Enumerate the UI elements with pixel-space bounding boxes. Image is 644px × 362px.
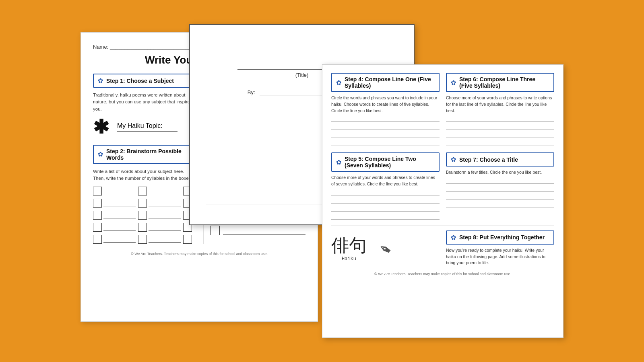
step4-header: ✿ Step 4: Compose Line One (Five Syllabl… — [331, 73, 440, 92]
step7-title: Step 7: Choose a Title — [459, 156, 518, 163]
page1-copyright: © We Are Teachers. Teachers may make cop… — [93, 252, 305, 256]
step7-body: Brainstorm a few titles. Circle the one … — [446, 169, 554, 176]
step4-lines — [331, 116, 440, 146]
word-row — [138, 235, 181, 244]
step8-body: Now you're ready to complete your haiku!… — [446, 247, 554, 266]
brush-icon: ✒ — [375, 239, 395, 260]
phrase-row — [210, 226, 305, 235]
step7-header: ✿ Step 7: Choose a Title — [446, 152, 554, 167]
step2-body: Write a list of words about your subject… — [93, 168, 195, 182]
haiku-kanji: 俳句 Haiku — [331, 237, 367, 262]
steps-grid: ✿ Step 4: Compose Line One (Five Syllabl… — [331, 73, 554, 220]
word-row — [93, 199, 136, 208]
word-row — [93, 211, 136, 220]
word-row — [93, 187, 136, 195]
word-row — [183, 235, 195, 244]
page3-copyright: © We Are Teachers. Teachers may make cop… — [331, 272, 554, 276]
step6-lines — [446, 116, 554, 146]
step2-header: ✿ Step 2: Brainstorm Possible Words — [93, 145, 195, 164]
step5-section: ✿ Step 5: Compose Line Two (Seven Syllab… — [331, 152, 440, 220]
step7-icon: ✿ — [451, 156, 456, 163]
step4-title: Step 4: Compose Line One (Five Syllables… — [345, 76, 435, 89]
step5-lines — [331, 190, 440, 220]
word-row — [138, 211, 181, 220]
by-label: By: — [248, 89, 255, 95]
haiku-label: Haiku — [331, 256, 367, 262]
word-row — [138, 187, 181, 195]
step2-icon: ✿ — [98, 150, 103, 158]
step1-header: ✿ Step 1: Choose a Subject — [93, 74, 195, 88]
topic-label: My Haiku Topic: — [117, 122, 163, 129]
topic-area: ✱ My Haiku Topic: — [93, 117, 195, 137]
page3-worksheet: ✿ Step 4: Compose Line One (Five Syllabl… — [322, 64, 564, 338]
step6-body: Choose more of your words and phrases to… — [446, 95, 554, 114]
step2-title: Step 2: Brainstorm Possible Words — [106, 148, 190, 161]
step7-lines — [446, 178, 554, 208]
step1-body: Traditionally, haiku poems were written … — [93, 92, 195, 113]
step6-icon: ✿ — [451, 79, 456, 86]
step5-header: ✿ Step 5: Compose Line Two (Seven Syllab… — [331, 152, 440, 172]
step6-header: ✿ Step 6: Compose Line Three (Five Sylla… — [446, 73, 554, 92]
asterisk-icon: ✱ — [93, 117, 109, 137]
step6-title: Step 6: Compose Line Three (Five Syllabl… — [459, 76, 549, 89]
left-column: ✿ Step 1: Choose a Subject Traditionally… — [93, 74, 195, 244]
step5-body: Choose more of your words and phrases to… — [331, 175, 440, 187]
step6-section: ✿ Step 6: Compose Line Three (Five Sylla… — [446, 73, 554, 146]
step4-icon: ✿ — [336, 79, 341, 86]
step1-title: Step 1: Choose a Subject — [106, 78, 174, 84]
word-row — [93, 235, 136, 244]
word-row — [138, 199, 181, 208]
step5-title: Step 5: Compose Line Two (Seven Syllable… — [345, 156, 435, 169]
step5-icon: ✿ — [336, 158, 341, 166]
word-row — [93, 223, 136, 232]
topic-label-group: My Haiku Topic: — [117, 122, 178, 132]
step1-icon: ✿ — [98, 77, 103, 84]
step8-title: Step 8: Put Everything Together — [459, 234, 545, 241]
step4-section: ✿ Step 4: Compose Line One (Five Syllabl… — [331, 73, 440, 146]
step8-header: ✿ Step 8: Put Everything Together — [446, 230, 554, 245]
step7-section: ✿ Step 7: Choose a Title Brainstorm a fe… — [446, 152, 554, 220]
step4-body: Circle the words and phrases you want to… — [331, 95, 440, 114]
step8-icon: ✿ — [451, 234, 456, 241]
step8-section: ✿ Step 8: Put Everything Together Now yo… — [446, 230, 554, 269]
word-row — [138, 223, 181, 232]
haiku-kanji-area: 俳句 Haiku ✒ — [331, 230, 440, 269]
